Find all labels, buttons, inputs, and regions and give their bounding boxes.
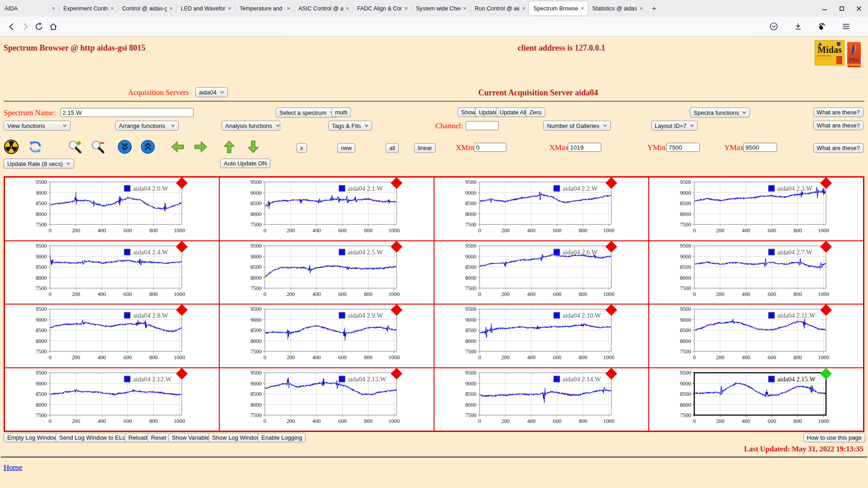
right-arrow-icon[interactable] xyxy=(193,141,208,155)
status-diamond-icon[interactable] xyxy=(820,305,832,316)
up-arrow-icon[interactable] xyxy=(223,140,236,156)
spectrum-cell[interactable]: 9500900085008000750002004006008001000aid… xyxy=(219,177,434,241)
channel-input[interactable] xyxy=(466,121,499,130)
spectrum-cell[interactable]: 9500900085008000750002004006008001000aid… xyxy=(219,368,434,432)
tags-fits-dropdown[interactable]: Tags & Fits xyxy=(328,121,372,131)
tab-experiment-control[interactable]: Experiment Control× xyxy=(59,0,118,17)
zero-button[interactable]: Zero xyxy=(526,108,545,117)
close-icon[interactable]: × xyxy=(227,5,232,12)
send-log-to-elog-button[interactable]: Send Log Window to ELog xyxy=(56,433,132,442)
close-icon[interactable]: × xyxy=(521,5,526,12)
scroll-down-icon[interactable] xyxy=(118,140,132,156)
spectrum-cell[interactable]: 9500900085008000750002004006008001000aid… xyxy=(219,241,434,305)
spectrum-cell[interactable]: 9500900085008000750002004006008001000aid… xyxy=(5,241,219,305)
left-arrow-icon[interactable] xyxy=(170,141,185,155)
tab-aida[interactable]: AIDA× xyxy=(0,0,59,17)
spectrum-cell[interactable]: 9500900085008000750002004006008001000aid… xyxy=(5,177,219,241)
spectrum-cell[interactable]: 9500900085008000750002004006008001000aid… xyxy=(434,177,649,241)
close-icon[interactable]: × xyxy=(638,5,644,12)
spectrum-cell[interactable]: 9500900085008000750002004006008001000aid… xyxy=(434,304,649,368)
arrange-functions-dropdown[interactable]: Arrange functions xyxy=(115,121,179,131)
tab-run-control[interactable]: Run Control @ aida× xyxy=(470,0,529,17)
spectrum-cell[interactable]: 9500900085008000750002004006008001000aid… xyxy=(649,304,863,368)
home-link[interactable]: Home xyxy=(4,463,23,472)
close-icon[interactable]: × xyxy=(403,5,409,12)
close-icon[interactable]: × xyxy=(344,5,350,12)
view-functions-dropdown[interactable]: View functions xyxy=(4,121,71,131)
tab-fadc-align[interactable]: FADC Align & Cont× xyxy=(353,0,411,17)
spectra-functions-dropdown[interactable]: Spectra functions xyxy=(690,108,750,117)
status-diamond-icon[interactable] xyxy=(820,241,832,253)
update-all-button[interactable]: Update All xyxy=(496,108,530,117)
status-diamond-icon[interactable] xyxy=(391,305,402,316)
select-spectrum-dropdown[interactable]: Select a spectrum xyxy=(276,108,338,117)
spectrum-cell[interactable]: 9500900085008000750002004006008001000aid… xyxy=(5,304,219,368)
status-diamond-icon[interactable] xyxy=(176,368,188,380)
spectrum-cell[interactable]: 9500900085008000750002004006008001000aid… xyxy=(649,368,863,432)
refresh-icon[interactable] xyxy=(28,140,42,156)
close-window-button[interactable] xyxy=(856,6,862,11)
tab-statistics[interactable]: Statistics @ aidas-g× xyxy=(588,0,646,17)
zoom-in-icon[interactable] xyxy=(67,140,82,156)
tab-control-aidas[interactable]: Control @ aidas-gs× xyxy=(118,0,176,17)
home-icon[interactable] xyxy=(49,22,58,33)
tab-spectrum-browser[interactable]: Spectrum Browser× xyxy=(529,1,588,15)
reset-button[interactable]: Reset xyxy=(147,433,170,442)
xmax-input[interactable] xyxy=(568,143,601,152)
ymax-input[interactable] xyxy=(743,143,777,152)
status-diamond-icon[interactable] xyxy=(820,178,832,189)
ymin-input[interactable] xyxy=(666,143,700,152)
empty-log-window-button[interactable]: Empty Log Window xyxy=(4,433,61,442)
status-diamond-icon[interactable] xyxy=(605,241,617,253)
spectrum-cell[interactable]: 9500900085008000750002004006008001000aid… xyxy=(434,241,649,305)
layout-id-dropdown[interactable]: Layout ID=7 xyxy=(651,121,698,131)
selected-diamond-icon[interactable] xyxy=(820,368,832,380)
spectrum-cell[interactable]: 9500900085008000750002004006008001000aid… xyxy=(649,241,863,305)
status-diamond-icon[interactable] xyxy=(176,178,188,189)
tab-led-waveform[interactable]: LED and Waveform× xyxy=(176,0,235,17)
spectrum-cell[interactable]: 9500900085008000750002004006008001000aid… xyxy=(434,368,649,432)
minimize-button[interactable] xyxy=(822,6,827,11)
close-icon[interactable]: × xyxy=(109,5,115,12)
status-diamond-icon[interactable] xyxy=(176,241,188,253)
status-diamond-icon[interactable] xyxy=(391,241,402,253)
tab-system-check[interactable]: System wide Check× xyxy=(411,0,470,17)
gnome-extension-icon[interactable] xyxy=(817,22,826,33)
status-diamond-icon[interactable] xyxy=(391,178,402,189)
tab-asic-control[interactable]: ASIC Control @ aid× xyxy=(294,0,353,17)
close-icon[interactable]: × xyxy=(462,5,467,12)
what-are-these-button-1[interactable]: What are these? xyxy=(813,108,863,117)
downloads-icon[interactable] xyxy=(794,22,802,33)
maximize-button[interactable] xyxy=(839,6,844,11)
xmin-input[interactable] xyxy=(474,143,506,152)
reload-button[interactable]: Reload xyxy=(125,433,151,442)
reload-icon[interactable] xyxy=(34,22,43,33)
enable-logging-button[interactable]: Enable Logging xyxy=(258,433,306,442)
pocket-icon[interactable] xyxy=(769,22,778,33)
close-icon[interactable]: × xyxy=(51,5,56,12)
status-diamond-icon[interactable] xyxy=(176,305,188,316)
back-icon[interactable] xyxy=(7,22,16,33)
close-icon[interactable]: × xyxy=(168,5,174,12)
forward-icon[interactable] xyxy=(21,22,30,33)
spectrum-cell[interactable]: 9500900085008000750002004006008001000aid… xyxy=(5,368,219,432)
new-tab-button[interactable]: + xyxy=(646,4,662,13)
scroll-up-icon[interactable] xyxy=(141,140,155,156)
number-of-galleries-dropdown[interactable]: Number of Galleries xyxy=(543,121,611,131)
new-button[interactable]: new xyxy=(337,143,355,153)
down-arrow-icon[interactable] xyxy=(247,140,259,156)
how-to-use-button[interactable]: How to use this page xyxy=(803,433,865,442)
update-rate-dropdown[interactable]: Update Rate (8 secs) xyxy=(4,159,74,169)
analysis-functions-dropdown[interactable]: Analysis functions xyxy=(222,121,280,131)
acquisition-server-select[interactable]: aida04 xyxy=(195,87,228,97)
status-diamond-icon[interactable] xyxy=(391,368,402,380)
spectrum-cell[interactable]: 9500900085008000750002004006008001000aid… xyxy=(219,304,434,368)
what-are-these-button-2[interactable]: What are these? xyxy=(813,121,863,130)
multi-button[interactable]: multi xyxy=(331,108,351,117)
zoom-out-icon[interactable] xyxy=(90,140,105,156)
spectrum-cell[interactable]: 9500900085008000750002004006008001000aid… xyxy=(649,177,863,241)
tab-temperature[interactable]: Temperature and st× xyxy=(235,0,294,17)
status-diamond-icon[interactable] xyxy=(605,368,617,380)
menu-hamburger-icon[interactable] xyxy=(842,22,850,33)
show-log-window-button[interactable]: Show Log Window xyxy=(208,433,264,442)
